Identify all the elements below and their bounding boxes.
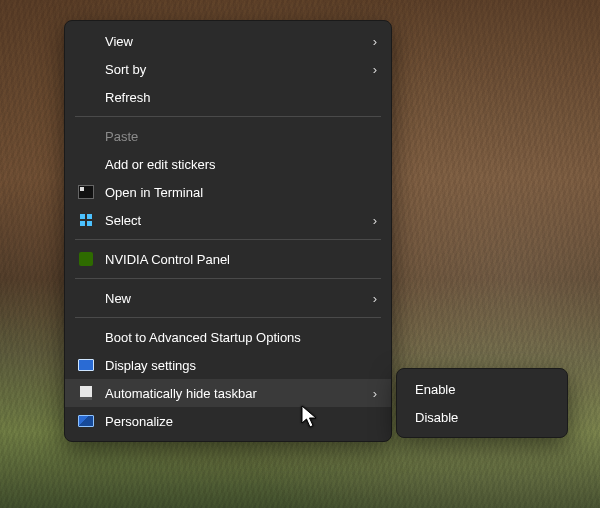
menu-item-sort-by[interactable]: Sort by ›	[65, 55, 391, 83]
menu-item-new[interactable]: New ›	[65, 284, 391, 312]
autohide-submenu: Enable Disable	[396, 368, 568, 438]
menu-item-refresh[interactable]: Refresh	[65, 83, 391, 111]
display-icon	[77, 356, 95, 374]
menu-item-select[interactable]: Select ›	[65, 206, 391, 234]
menu-item-label: Open in Terminal	[105, 185, 377, 200]
menu-item-view[interactable]: View ›	[65, 27, 391, 55]
menu-item-label: New	[105, 291, 363, 306]
menu-item-nvidia[interactable]: NVIDIA Control Panel	[65, 245, 391, 273]
chevron-right-icon: ›	[373, 34, 377, 49]
terminal-icon	[77, 183, 95, 201]
menu-item-stickers[interactable]: Add or edit stickers	[65, 150, 391, 178]
menu-item-open-terminal[interactable]: Open in Terminal	[65, 178, 391, 206]
menu-separator	[75, 116, 381, 117]
nvidia-icon	[77, 250, 95, 268]
menu-separator	[75, 317, 381, 318]
menu-item-label: Automatically hide taskbar	[105, 386, 363, 401]
chevron-right-icon: ›	[373, 386, 377, 401]
autohide-icon	[77, 384, 95, 402]
menu-item-label: Enable	[415, 382, 553, 397]
menu-item-label: NVIDIA Control Panel	[105, 252, 377, 267]
menu-item-boot-advanced[interactable]: Boot to Advanced Startup Options	[65, 323, 391, 351]
menu-item-label: Personalize	[105, 414, 377, 429]
menu-separator	[75, 278, 381, 279]
menu-item-personalize[interactable]: Personalize	[65, 407, 391, 435]
chevron-right-icon: ›	[373, 213, 377, 228]
chevron-right-icon: ›	[373, 291, 377, 306]
blank-icon	[77, 328, 95, 346]
menu-separator	[75, 239, 381, 240]
submenu-item-enable[interactable]: Enable	[397, 375, 567, 403]
blank-icon	[77, 289, 95, 307]
blank-icon	[77, 127, 95, 145]
menu-item-autohide-taskbar[interactable]: Automatically hide taskbar ›	[65, 379, 391, 407]
menu-item-label: Disable	[415, 410, 553, 425]
menu-item-label: Paste	[105, 129, 377, 144]
menu-item-display-settings[interactable]: Display settings	[65, 351, 391, 379]
menu-item-label: Refresh	[105, 90, 377, 105]
submenu-item-disable[interactable]: Disable	[397, 403, 567, 431]
blank-icon	[77, 155, 95, 173]
menu-item-label: Display settings	[105, 358, 377, 373]
select-icon	[77, 211, 95, 229]
personalize-icon	[77, 412, 95, 430]
menu-item-label: Add or edit stickers	[105, 157, 377, 172]
menu-item-label: Sort by	[105, 62, 363, 77]
desktop-context-menu: View › Sort by › Refresh Paste Add or ed…	[64, 20, 392, 442]
menu-item-label: Select	[105, 213, 363, 228]
menu-item-label: Boot to Advanced Startup Options	[105, 330, 377, 345]
blank-icon	[77, 32, 95, 50]
blank-icon	[77, 88, 95, 106]
menu-item-label: View	[105, 34, 363, 49]
menu-item-paste: Paste	[65, 122, 391, 150]
blank-icon	[77, 60, 95, 78]
chevron-right-icon: ›	[373, 62, 377, 77]
